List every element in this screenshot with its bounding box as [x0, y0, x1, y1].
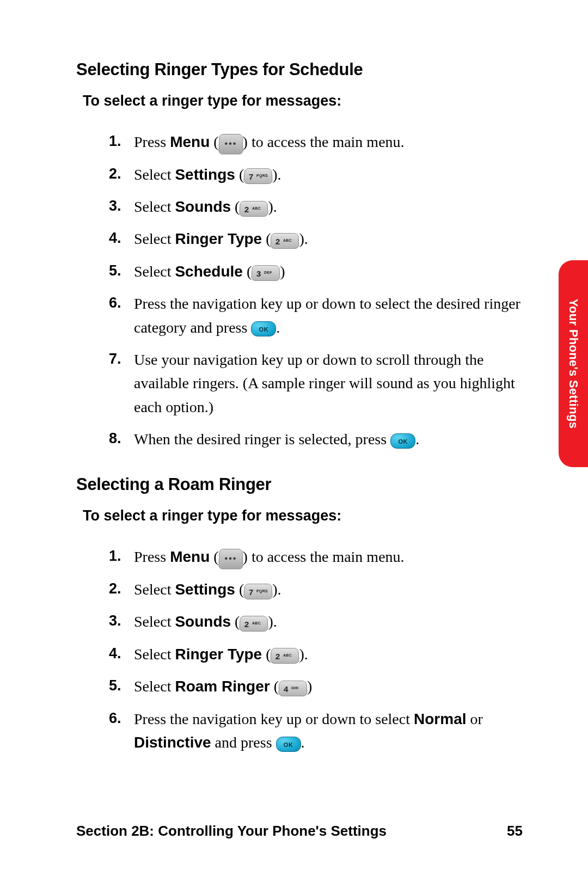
step: Press the navigation key up or down to s… — [109, 292, 523, 339]
ok-key-icon — [390, 433, 415, 449]
label-menu: Menu — [170, 548, 210, 565]
footer-page-number: 55 — [507, 823, 523, 840]
label-ringer-type: Ringer Type — [175, 646, 262, 663]
step: When the desired ringer is selected, pre… — [109, 427, 523, 451]
text: Select — [134, 230, 175, 247]
text: and press — [211, 734, 276, 751]
text: Press the navigation key up or down to s… — [134, 710, 414, 727]
key-7-icon: 7PQRS — [243, 168, 273, 184]
key-digit: 7 — [249, 171, 254, 183]
text: ( — [210, 548, 218, 565]
label-settings: Settings — [175, 581, 235, 598]
key-4-icon: 4GHI — [278, 681, 308, 696]
key-digit: 2 — [244, 618, 249, 631]
key-digit: 7 — [249, 586, 254, 598]
step: Press Menu () to access the main menu. — [109, 545, 523, 569]
text: ( — [270, 678, 279, 695]
steps-roam: Press Menu () to access the main menu. S… — [76, 545, 523, 754]
text: Select — [134, 198, 175, 215]
step: Select Roam Ringer (4GHI) — [109, 675, 523, 698]
text: Select — [134, 613, 175, 630]
key-2-icon: 2ABC — [239, 616, 268, 632]
text: ( — [235, 166, 244, 183]
text: Use your navigation key up or down to sc… — [134, 351, 515, 415]
text: Select — [134, 581, 175, 598]
key-letters: ABC — [283, 653, 292, 659]
text: ( — [210, 133, 218, 150]
label-schedule: Schedule — [175, 263, 242, 280]
footer-section: Section 2B: Controlling Your Phone's Set… — [76, 823, 387, 840]
text: . — [276, 319, 280, 336]
label-ringer-type: Ringer Type — [175, 230, 262, 247]
text: ) — [307, 678, 312, 695]
step: Select Ringer Type (2ABC). — [109, 642, 523, 666]
text: . — [415, 431, 419, 448]
step: Press Menu () to access the main menu. — [109, 130, 523, 154]
text: ) to access the main menu. — [243, 133, 405, 150]
key-digit: 4 — [283, 683, 288, 695]
thumb-tab: Your Phone's Settings — [559, 260, 588, 467]
ok-key-icon — [251, 321, 276, 336]
menu-key-icon — [218, 134, 243, 154]
text: ). — [272, 581, 281, 598]
text: ( — [262, 646, 271, 663]
step: Select Sounds (2ABC). — [109, 195, 523, 218]
label-distinctive: Distinctive — [134, 734, 211, 751]
step: Press the navigation key up or down to s… — [109, 707, 523, 755]
key-letters: PQRS — [256, 589, 268, 595]
key-digit: 3 — [256, 268, 261, 280]
text: ). — [272, 166, 281, 183]
key-letters: ABC — [283, 238, 292, 244]
text: ( — [262, 230, 271, 247]
text: Press — [134, 133, 170, 150]
step: Select Ringer Type (2ABC). — [109, 227, 523, 250]
text: ( — [231, 613, 240, 630]
key-letters: DEF — [264, 271, 272, 277]
ok-key-icon — [276, 737, 301, 752]
key-digit: 2 — [275, 235, 280, 248]
text: ). — [299, 646, 308, 663]
heading-roam: Selecting a Roam Ringer — [76, 475, 523, 494]
text: ). — [299, 230, 308, 247]
text: Select — [134, 263, 175, 280]
key-2-icon: 2ABC — [239, 201, 268, 217]
text: . — [301, 734, 305, 751]
step: Select Settings (7PQRS). — [109, 163, 523, 186]
key-3-icon: 3DEF — [251, 265, 280, 281]
key-7-icon: 7PQRS — [243, 584, 273, 599]
label-menu: Menu — [170, 133, 210, 150]
key-2-icon: 2ABC — [271, 648, 300, 664]
label-normal: Normal — [414, 710, 466, 727]
key-letters: GHI — [291, 685, 299, 691]
sub-instruction-1: To select a ringer type for messages: — [83, 93, 523, 109]
text: ( — [235, 581, 244, 598]
text: Select — [134, 678, 175, 695]
text: When the desired ringer is selected, pre… — [134, 431, 390, 448]
text: ). — [268, 613, 277, 630]
text: ) — [280, 263, 285, 280]
text: or — [466, 710, 482, 727]
label-sounds: Sounds — [175, 198, 231, 215]
label-settings: Settings — [175, 166, 235, 183]
key-letters: PQRS — [256, 173, 268, 179]
step: Use your navigation key up or down to sc… — [109, 348, 523, 419]
text: Select — [134, 646, 175, 663]
text: ). — [268, 198, 277, 215]
text: Select — [134, 166, 175, 183]
text: Press — [134, 548, 170, 565]
key-letters: ABC — [252, 206, 261, 212]
heading-schedule: Selecting Ringer Types for Schedule — [76, 60, 523, 79]
text: ) to access the main menu. — [243, 548, 405, 565]
thumb-tab-label: Your Phone's Settings — [566, 299, 580, 428]
text: Press the navigation key up or down to s… — [134, 295, 520, 335]
step: Select Sounds (2ABC). — [109, 610, 523, 633]
text: ( — [243, 263, 252, 280]
manual-page: Selecting Ringer Types for Schedule To s… — [0, 0, 588, 882]
steps-schedule: Press Menu () to access the main menu. S… — [76, 130, 523, 451]
key-letters: ABC — [252, 621, 261, 627]
step: Select Schedule (3DEF) — [109, 260, 523, 283]
key-digit: 2 — [275, 651, 280, 663]
step: Select Settings (7PQRS). — [109, 578, 523, 601]
page-footer: Section 2B: Controlling Your Phone's Set… — [76, 823, 523, 840]
key-2-icon: 2ABC — [271, 233, 300, 249]
